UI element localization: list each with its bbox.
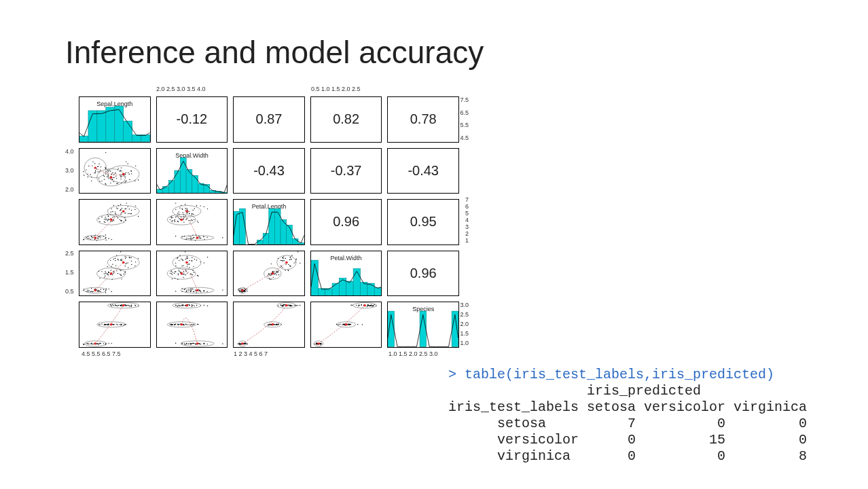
svg-point-713 — [104, 325, 105, 325]
svg-point-14 — [95, 171, 96, 172]
svg-point-271 — [177, 221, 178, 222]
svg-point-161 — [107, 220, 108, 221]
svg-point-239 — [190, 238, 191, 239]
svg-point-753 — [118, 305, 119, 306]
corr-pw-sp: 0.96 — [387, 251, 459, 297]
svg-point-437 — [135, 261, 136, 262]
svg-point-727 — [98, 324, 99, 325]
svg-point-599 — [271, 264, 272, 264]
svg-point-704 — [86, 343, 86, 344]
svg-point-845 — [203, 305, 204, 306]
svg-point-484 — [194, 291, 194, 291]
svg-point-893 — [240, 344, 240, 345]
svg-point-215 — [135, 206, 136, 206]
corr-pl-pw: 0.96 — [310, 199, 382, 245]
svg-point-27 — [95, 173, 96, 173]
svg-point-1029 — [361, 325, 362, 325]
svg-point-16 — [94, 163, 95, 164]
svg-rect-342 — [275, 209, 281, 244]
svg-point-88 — [129, 179, 130, 179]
svg-point-938 — [278, 325, 278, 325]
svg-point-719 — [116, 324, 117, 325]
svg-point-378 — [108, 289, 109, 289]
svg-point-723 — [120, 325, 120, 325]
svg-point-550 — [183, 265, 183, 266]
svg-point-218 — [112, 211, 113, 212]
svg-point-464 — [181, 288, 182, 289]
svg-point-163 — [112, 217, 113, 218]
svg-point-974 — [290, 305, 291, 306]
scatter-pw-sl — [79, 251, 151, 297]
svg-point-478 — [194, 289, 195, 290]
svg-point-381 — [99, 278, 100, 278]
svg-point-251 — [190, 236, 191, 237]
svg-point-364 — [97, 291, 98, 291]
svg-point-527 — [194, 259, 194, 259]
svg-point-297 — [185, 204, 185, 205]
svg-point-104 — [115, 172, 115, 173]
svg-point-259 — [200, 238, 201, 238]
axis-ticks-bot-col1: 4.5 5.5 6.5 7.5 — [82, 350, 152, 357]
svg-rect-667 — [346, 281, 353, 296]
axis-ticks-right-row3: 1234567 — [465, 199, 469, 244]
svg-point-945 — [268, 324, 268, 325]
svg-point-624 — [297, 251, 298, 252]
svg-point-421 — [120, 260, 121, 261]
svg-point-635 — [291, 259, 292, 259]
svg-point-28 — [92, 161, 93, 162]
svg-point-90 — [128, 172, 128, 173]
svg-point-759 — [111, 306, 112, 306]
svg-point-823 — [193, 324, 194, 325]
svg-point-690 — [101, 343, 101, 344]
svg-point-12 — [94, 173, 94, 173]
svg-point-41 — [107, 176, 107, 177]
svg-point-866 — [192, 305, 193, 306]
svg-point-476 — [203, 290, 204, 291]
svg-point-630 — [285, 258, 286, 259]
svg-point-414 — [120, 251, 121, 252]
svg-point-99 — [116, 177, 117, 178]
svg-point-233 — [222, 238, 223, 238]
svg-point-912 — [245, 343, 245, 344]
svg-point-57 — [110, 182, 111, 183]
svg-point-219 — [125, 213, 126, 213]
svg-point-34 — [96, 168, 97, 169]
svg-point-546 — [186, 258, 187, 259]
svg-point-701 — [92, 344, 92, 344]
svg-point-434 — [111, 266, 112, 266]
svg-point-320 — [200, 206, 200, 206]
svg-point-547 — [181, 259, 181, 259]
svg-point-359 — [91, 288, 92, 289]
svg-point-597 — [273, 276, 274, 277]
svg-point-213 — [129, 209, 130, 209]
svg-point-54 — [107, 169, 108, 170]
svg-point-126 — [100, 238, 101, 238]
svg-point-368 — [99, 291, 100, 291]
svg-point-98 — [135, 165, 136, 166]
svg-point-858 — [196, 305, 196, 306]
svg-point-1085 — [359, 305, 359, 306]
svg-point-395 — [121, 278, 122, 279]
svg-point-36 — [83, 171, 84, 172]
svg-point-842 — [175, 324, 176, 325]
svg-point-1082 — [369, 306, 370, 306]
svg-point-826 — [171, 325, 172, 325]
svg-point-1021 — [338, 325, 339, 325]
svg-point-420 — [115, 258, 115, 259]
svg-point-873 — [189, 305, 189, 306]
svg-point-91 — [122, 176, 122, 177]
svg-point-471 — [188, 290, 189, 291]
svg-point-264 — [174, 221, 175, 222]
svg-point-156 — [108, 238, 109, 239]
svg-point-803 — [194, 344, 195, 344]
svg-point-832 — [179, 324, 179, 325]
svg-point-445 — [115, 265, 116, 266]
svg-rect-665 — [332, 283, 339, 296]
svg-point-819 — [188, 325, 189, 325]
svg-point-862 — [175, 305, 176, 306]
svg-point-319 — [192, 210, 193, 211]
svg-point-767 — [113, 306, 114, 306]
svg-point-748 — [110, 305, 111, 306]
svg-point-943 — [274, 325, 275, 325]
svg-point-765 — [112, 304, 113, 305]
